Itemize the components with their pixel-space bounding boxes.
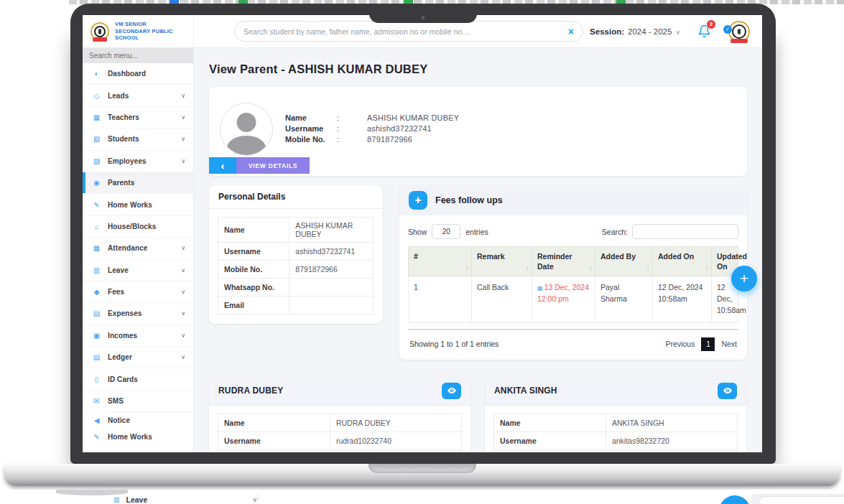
header-main: × Session: 2024 - 2025 ∨ 2 ✓ xyxy=(194,15,762,47)
column-header[interactable]: Added By ↕ xyxy=(595,247,653,276)
homework-icon: ✎ xyxy=(92,433,101,441)
plus-icon: + xyxy=(414,194,421,207)
laptop-frame: VM SENIOR SECONDARY PUBLIC SCHOOL × Sess… xyxy=(70,4,776,464)
notice-icon: ◀ xyxy=(92,416,101,424)
chevron-down-icon: ∨ xyxy=(181,158,185,164)
back-button[interactable]: ‹ xyxy=(209,157,236,174)
student-search-bar[interactable]: × xyxy=(234,21,583,42)
table-row: Email xyxy=(218,297,374,314)
sidebar-item-leave[interactable]: ▥ Leave ∨ xyxy=(83,260,193,281)
laptop-base-notch xyxy=(368,464,476,473)
column-header[interactable]: Reminder Date ↕ xyxy=(532,247,595,276)
fees-followups-table: # ↕ Remark ↕ xyxy=(408,246,738,323)
sidebar-item-teachers[interactable]: ▦ Teachers ∨ xyxy=(83,107,193,129)
background-page-strip-bottom: ▥ Leave ∨ xyxy=(0,490,844,504)
column-header[interactable]: # ↕ xyxy=(409,247,472,276)
column-header[interactable]: Remark ↕ xyxy=(472,247,532,276)
sidebar-item-house-blocks[interactable]: ⌂ House/Blocks xyxy=(83,216,193,238)
view-student-button[interactable] xyxy=(718,383,737,399)
sidebar-item-fees[interactable]: ◆ Fees ∨ xyxy=(83,281,193,303)
view-details-button[interactable]: VIEW DETAILS xyxy=(236,157,310,174)
table-row: Name ANKITA SINGH xyxy=(494,414,738,431)
incomes-icon: ▣ xyxy=(92,332,101,340)
main-content: View Parent - ASHISH KUMAR DUBEY Name : … xyxy=(194,48,762,452)
sidebar-menu: ◐ Dashboard ◇ Leads ∨ ▦ Teachers ∨ xyxy=(83,63,193,452)
floating-add-button[interactable]: + xyxy=(731,266,757,291)
panels-row: Personal Details Name ASHISH KUMAR DUBEY… xyxy=(209,185,747,360)
sidebar-item-incomes[interactable]: ▣ Incomes ∨ xyxy=(83,325,193,347)
fees-followups-panel: + Fees follow ups Show 20 entries xyxy=(399,185,747,360)
sidebar-item-home-works[interactable]: ✎ Home Works xyxy=(83,194,193,215)
sort-icon: ↕ xyxy=(465,266,468,274)
sidebar-item-parents[interactable]: ◉ Parents xyxy=(83,172,193,194)
table-row: Name RUDRA DUBEY xyxy=(218,414,462,431)
students-row: RUDRA DUBEY xyxy=(209,377,747,452)
notification-count-badge: 2 xyxy=(706,19,716,29)
profile-row-username: Username : ashishd37232741 xyxy=(285,124,459,133)
user-avatar[interactable]: ✓ xyxy=(728,20,751,43)
chevron-down-icon: ∨ xyxy=(252,496,257,503)
peek-sidebar-item-leave: ▥ Leave ∨ xyxy=(113,495,257,504)
next-page-button[interactable]: Next xyxy=(721,340,737,348)
pagination: Previous 1 Next xyxy=(666,337,737,351)
session-selector[interactable]: Session: 2024 - 2025 ∨ xyxy=(590,27,680,36)
clear-search-icon[interactable]: × xyxy=(568,26,574,37)
students-icon: ▧ xyxy=(92,135,101,143)
back-chevron-icon: ‹ xyxy=(221,159,225,172)
student-search-input[interactable] xyxy=(244,27,562,36)
webcam-icon xyxy=(422,16,425,19)
table-header-row: # ↕ Remark ↕ xyxy=(409,247,738,276)
sidebar-item-dashboard[interactable]: ◐ Dashboard xyxy=(83,63,193,85)
cell-added-on: 12 Dec, 2024 10:58am xyxy=(653,276,712,322)
sort-icon: ↕ xyxy=(646,266,649,274)
personal-details-table: Name ASHISH KUMAR DUBEY Username ashishd… xyxy=(218,217,374,314)
sidebar-item-attendance[interactable]: ▦ Attendance ∨ xyxy=(83,238,193,259)
add-followup-button[interactable]: + xyxy=(409,191,427,210)
notifications-button[interactable]: 2 xyxy=(697,24,712,39)
sidebar-item-leads[interactable]: ◇ Leads ∨ xyxy=(83,85,193,106)
profile-row-mobile: Mobile No. : 8791872966 xyxy=(285,135,459,144)
sidebar-item-expenses[interactable]: ▤ Expenses ∨ xyxy=(83,303,193,325)
expenses-icon: ▤ xyxy=(92,309,101,317)
sidebar-item-sms[interactable]: ✉ SMS xyxy=(83,391,193,412)
sidebar-item-notice[interactable]: ◀ Notice xyxy=(83,412,193,429)
sidebar-item-students[interactable]: ▧ Students ∨ xyxy=(83,129,193,150)
sidebar-item-employees[interactable]: ▨ Employees ∨ xyxy=(83,151,193,172)
sidebar-item-home-works-2[interactable]: ✎ Home Works xyxy=(83,429,193,445)
employees-icon: ▨ xyxy=(92,157,101,165)
leads-icon: ◇ xyxy=(92,92,101,100)
sidebar-item-id-cards[interactable]: ▯ ID Cards xyxy=(83,368,193,390)
chevron-down-icon: ∨ xyxy=(181,114,185,121)
sort-icon: ↕ xyxy=(705,266,708,274)
cell-number: 1 xyxy=(409,276,472,322)
table-row: Whatsapp No. xyxy=(218,279,374,297)
sort-icon: ↕ xyxy=(526,266,529,274)
student-details-table: Name ANKITA SINGH Username ankitas982327… xyxy=(493,414,738,452)
cell-added-by: Payal Sharma xyxy=(595,276,653,322)
page-size-select[interactable]: 20 xyxy=(432,224,460,239)
calendar-icon: ▦ xyxy=(537,285,543,291)
app-body: ◐ Dashboard ◇ Leads ∨ ▦ Teachers ∨ xyxy=(83,48,762,452)
table-search-input[interactable] xyxy=(632,224,738,239)
sidebar-item-ledger[interactable]: ▤ Ledger ∨ xyxy=(83,347,193,368)
chevron-down-icon: ∨ xyxy=(181,267,185,274)
verified-badge-icon: ✓ xyxy=(723,25,732,34)
page-number-button[interactable]: 1 xyxy=(701,337,715,351)
session-value: 2024 - 2025 xyxy=(628,27,672,36)
chevron-down-icon: ∨ xyxy=(181,289,185,295)
parent-avatar-placeholder xyxy=(220,103,273,156)
previous-page-button[interactable]: Previous xyxy=(666,340,695,348)
school-admin-app: VM SENIOR SECONDARY PUBLIC SCHOOL × Sess… xyxy=(83,15,762,452)
personal-details-panel: Personal Details Name ASHISH KUMAR DUBEY… xyxy=(209,185,382,324)
homework-icon: ✎ xyxy=(92,201,101,209)
view-student-button[interactable] xyxy=(442,383,461,399)
column-header[interactable]: Added On ↕ xyxy=(653,247,712,276)
teachers-icon: ▦ xyxy=(92,113,101,121)
table-footer: Showing 1 to 1 of 1 entries Previous 1 N… xyxy=(408,329,738,360)
menu-search-input[interactable] xyxy=(83,48,193,63)
table-controls: Show 20 entries Search: xyxy=(408,224,738,239)
chevron-down-icon: ∨ xyxy=(181,354,185,360)
school-logo-block[interactable]: VM SENIOR SECONDARY PUBLIC SCHOOL xyxy=(83,15,194,47)
cell-remark: Call Back xyxy=(472,276,532,322)
sort-icon: ↕ xyxy=(589,266,592,274)
